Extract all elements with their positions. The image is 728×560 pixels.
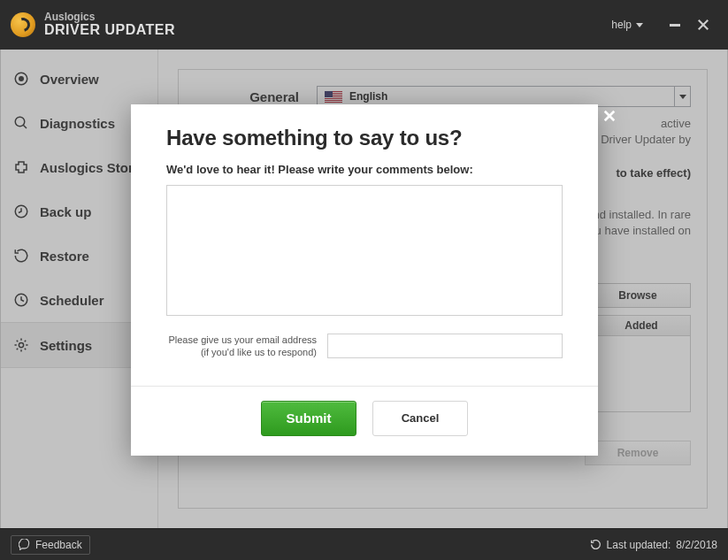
app-title: Auslogics DRIVER UPDATER (44, 12, 175, 37)
minimize-button[interactable] (661, 11, 689, 39)
chevron-down-icon (636, 23, 643, 27)
feedback-label: Feedback (35, 539, 82, 551)
feedback-button[interactable]: Feedback (11, 535, 90, 555)
cancel-button[interactable]: Cancel (372, 401, 468, 436)
submit-button[interactable]: Submit (261, 401, 356, 436)
close-icon (603, 110, 616, 122)
chat-icon (19, 539, 30, 550)
refresh-icon (590, 539, 602, 550)
title-bar: Auslogics DRIVER UPDATER help (0, 0, 728, 50)
vendor-text: Auslogics (44, 12, 175, 23)
app-logo-icon (11, 12, 35, 37)
last-updated: Last updated: 8/2/2018 (590, 539, 717, 551)
last-updated-label: Last updated: (607, 539, 671, 551)
close-button[interactable] (689, 11, 717, 39)
help-menu[interactable]: help (611, 19, 643, 31)
close-icon (697, 19, 709, 31)
dialog-title: Have something to say to us? (166, 126, 563, 150)
feedback-dialog: Have something to say to us? We'd love t… (131, 104, 598, 456)
comments-textarea[interactable] (166, 185, 563, 316)
help-label: help (611, 19, 632, 31)
last-updated-value: 8/2/2018 (676, 539, 717, 551)
email-field[interactable] (327, 334, 563, 358)
dialog-subtitle: We'd love to hear it! Please write your … (166, 163, 563, 176)
minimize-icon (670, 24, 680, 27)
email-label: Please give us your email address (if yo… (166, 334, 317, 359)
dialog-close-button[interactable] (598, 104, 621, 127)
status-bar: Feedback Last updated: 8/2/2018 (0, 528, 728, 560)
product-text: DRIVER UPDATER (44, 23, 175, 38)
